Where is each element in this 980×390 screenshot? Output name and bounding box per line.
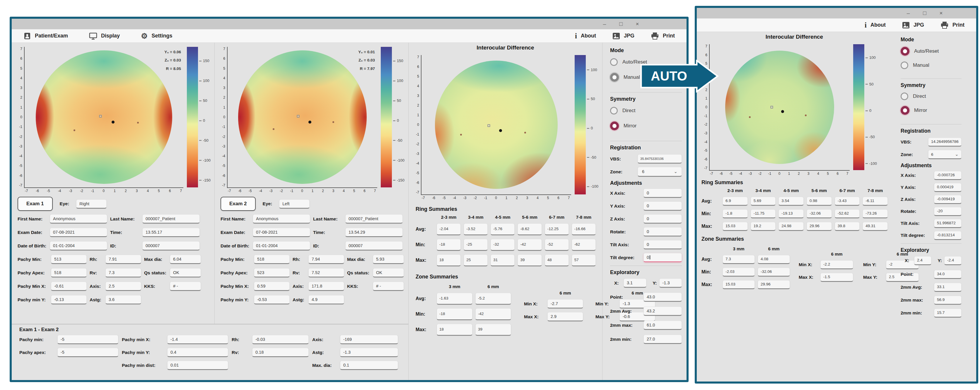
pachy-min-x-input[interactable]: -0.61 (51, 282, 87, 291)
min-5-6-mm-value[interactable]: -42 (517, 239, 541, 251)
min-6-7-mm-value[interactable]: -52.62 (835, 209, 860, 218)
map-plot[interactable] (421, 55, 571, 195)
exam2-button[interactable]: Exam 2 (221, 197, 256, 211)
avg-6-mm-value[interactable]: 4.08 (758, 255, 790, 264)
min-4-5-mm-value[interactable]: -19.13 (778, 209, 804, 218)
display-button[interactable]: Display (89, 32, 120, 40)
min-3-mm-value[interactable]: -18 (437, 308, 473, 320)
zone-select[interactable]: 6 ⌄ (928, 150, 961, 159)
exploratory-y-input[interactable]: -2.4 (944, 256, 961, 265)
max-3-mm-value[interactable]: 18 (437, 324, 473, 336)
map-plot[interactable]: Y₀ = 0.01Z₀ = 0.03R = 7.97 (227, 47, 377, 188)
time-input[interactable]: 13.55.17 (142, 228, 200, 237)
first-name-input[interactable]: Anonymous (50, 214, 107, 223)
max-2-3-mm-value[interactable]: 18 (437, 255, 461, 266)
min-3-mm-value[interactable]: -2.03 (722, 267, 755, 276)
rh-input[interactable]: 7.91 (105, 255, 141, 264)
qs-status-input[interactable]: OK (170, 268, 201, 277)
z-axis-input[interactable]: -0.009419 (934, 195, 961, 204)
exploratory-x-input[interactable]: 2.4 (914, 256, 931, 265)
max-2-3-mm-value[interactable]: 15.03 (722, 222, 748, 231)
pachy-apex-input[interactable]: 523 (254, 268, 290, 277)
max-3-mm-value[interactable]: 15.03 (722, 280, 755, 289)
id-input[interactable]: 000007 (345, 241, 403, 250)
max-5-6-mm-value[interactable]: 29.96 (807, 222, 832, 231)
2mm-min-input[interactable]: 27.0 (643, 335, 682, 344)
max-4-5-mm-value[interactable]: 24.98 (778, 222, 804, 231)
tilt-degree-input[interactable]: 0 (643, 253, 682, 262)
avg-4-5-mm-value[interactable]: 3.54 (778, 197, 804, 205)
exam1-button[interactable]: Exam 1 (18, 197, 53, 211)
x-axis-input[interactable]: -0.000726 (934, 171, 961, 180)
pachy-min-x-input[interactable]: -1.4 (167, 335, 228, 344)
manual-radio[interactable]: Manual (900, 62, 961, 69)
rv-input[interactable]: 7.3 (105, 268, 141, 277)
tilt-axis-input[interactable]: 51.996872 (934, 219, 961, 228)
max-6-mm-value[interactable]: 29.96 (758, 280, 790, 289)
rh-input[interactable]: 7.94 (309, 255, 344, 264)
max-6-7-mm-value[interactable]: 39.8 (835, 222, 860, 231)
jpg-export-button[interactable]: JPG (902, 21, 924, 29)
y-axis-input[interactable]: 0.000419 (934, 183, 961, 192)
map-plot[interactable] (709, 44, 850, 171)
rotate-input[interactable]: -20 (934, 207, 961, 216)
max-5-6-mm-value[interactable]: 39 (517, 255, 541, 266)
axis-input[interactable]: -169 (340, 335, 398, 344)
2mm-avg-input[interactable]: 33.1 (934, 283, 961, 291)
exam-date-input[interactable]: 07-08-2021 (253, 228, 310, 237)
astg-input[interactable]: 4.9 (309, 295, 344, 304)
axis-input[interactable]: 2.5 (105, 282, 141, 291)
pachy-min-x-input[interactable]: 0.59 (254, 282, 290, 291)
avg-6-7-mm-value[interactable]: -3.43 (835, 197, 860, 205)
min-4-5-mm-value[interactable]: -32 (491, 239, 515, 251)
exam1-eye-input[interactable]: Right (76, 199, 107, 209)
min-2-3-mm-value[interactable]: -18 (437, 239, 461, 251)
min-6-mm-value[interactable]: -32.06 (758, 267, 790, 276)
avg-5-6-mm-value[interactable]: 0.98 (807, 197, 832, 205)
2mm-min-input[interactable]: 15.7 (934, 309, 961, 317)
first-name-input[interactable]: Anonymous (253, 214, 310, 223)
date-of-birth-input[interactable]: 01-01-2004 (253, 241, 310, 250)
max-7-8-mm-value[interactable]: 57 (572, 255, 596, 266)
min-3-4-mm-value[interactable]: -25 (464, 239, 488, 251)
y-axis-input[interactable]: 0 (643, 201, 682, 210)
vbs-input[interactable]: 35.8475330106 (638, 154, 682, 163)
point-input[interactable]: 43.0 (643, 293, 682, 302)
vbs-input[interactable]: 14.2649956786 (928, 138, 961, 146)
max-x-input[interactable]: 2.9 (547, 312, 583, 321)
id-input[interactable]: 000007 (142, 241, 200, 250)
2mm-max-input[interactable]: 56.9 (934, 296, 961, 304)
rv-input[interactable]: 0.18 (252, 348, 309, 357)
avg-7-8-mm-value[interactable]: -16.66 (572, 223, 596, 235)
2mm-avg-input[interactable]: 43.2 (643, 307, 682, 316)
date-of-birth-input[interactable]: 01-01-2004 (50, 241, 107, 250)
avg-5-6-mm-value[interactable]: -8.62 (517, 223, 541, 235)
2mm-max-input[interactable]: 61.0 (643, 321, 682, 330)
min-x-input[interactable]: -2.2 (820, 260, 853, 269)
maximize-button[interactable]: □ (916, 8, 933, 18)
map-plot[interactable]: Y₀ = 0.06Z₀ = 0.03R = 8.05 (24, 47, 183, 188)
last-name-input[interactable]: 000007_Patient (142, 214, 200, 223)
z-axis-input[interactable]: 0 (643, 214, 682, 223)
pachy-min-input[interactable]: -5 (57, 335, 118, 344)
avg-3-4-mm-value[interactable]: -3.52 (464, 223, 488, 235)
patient-exam-button[interactable]: Patient/Exam (24, 32, 68, 40)
zone-select[interactable]: 6 ⌄ (638, 167, 682, 177)
min-6-7-mm-value[interactable]: -52 (545, 239, 569, 251)
direct-radio[interactable]: Direct (900, 92, 961, 100)
avg-6-mm-value[interactable]: -5.2 (476, 293, 511, 304)
pachy-min-input[interactable]: 513 (51, 255, 87, 264)
avg-3-mm-value[interactable]: 7.3 (722, 255, 755, 264)
auto-reset-radio[interactable]: Auto/Reset (900, 47, 961, 56)
about-button[interactable]: i About (575, 32, 596, 40)
tilt-degree-input[interactable]: -0.813214 (934, 231, 961, 240)
min-x-input[interactable]: -2.7 (547, 299, 583, 308)
point-input[interactable]: 34.0 (934, 270, 961, 279)
rh-input[interactable]: -0.03 (252, 335, 309, 344)
min-5-6-mm-value[interactable]: -32.06 (807, 209, 832, 218)
exploratory-x-input[interactable]: 3.1 (624, 279, 646, 288)
direct-radio[interactable]: Direct (610, 107, 682, 115)
kks-input[interactable]: # - (170, 282, 201, 291)
rotate-input[interactable]: 0 (643, 227, 682, 236)
exploratory-y-input[interactable]: -1.3 (659, 279, 682, 288)
